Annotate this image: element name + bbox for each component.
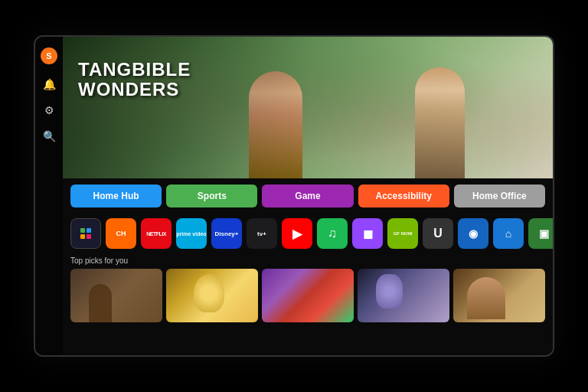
app-geforce-now[interactable]: GF NOW	[387, 218, 418, 249]
app-channel[interactable]: CH	[106, 218, 136, 249]
bell-icon[interactable]: 🔔	[43, 78, 56, 90]
pick-item-3[interactable]	[262, 269, 354, 322]
app-twitch[interactable]: ◼	[352, 218, 383, 249]
hero-overlay	[63, 37, 553, 178]
app-netflix[interactable]: NETFLIX	[141, 218, 172, 249]
app-apple-tv[interactable]: tv+	[247, 218, 277, 249]
app-prime-video[interactable]: prime video	[176, 218, 207, 249]
user-avatar[interactable]: S	[41, 47, 57, 64]
top-picks-section: Top picks for you	[63, 253, 553, 355]
app-youtube[interactable]: ▶	[282, 218, 312, 249]
hero-section: TANGBIBLE WONDERS	[63, 37, 553, 178]
app-spotify[interactable]: ♫	[317, 218, 348, 249]
pick-item-1[interactable]	[70, 269, 162, 322]
pick-item-5[interactable]	[453, 269, 545, 322]
search-icon[interactable]: 🔍	[43, 130, 56, 142]
pick-item-4[interactable]	[358, 269, 449, 322]
main-content: TANGBIBLE WONDERS Home Hub Sports Game A…	[63, 37, 553, 355]
tv-frame: S 🔔 ⚙ 🔍 TANGBIBLE WONDERS Home Hub Sport…	[34, 35, 554, 357]
sidebar: S 🔔 ⚙ 🔍	[35, 37, 63, 355]
hero-title: TANGBIBLE WONDERS	[78, 60, 191, 100]
apps-row: CH NETFLIX prime video Disney+ tv+ ▶ ♫ ◼…	[63, 214, 553, 253]
category-home-office[interactable]: Home Office	[454, 185, 545, 207]
category-bar: Home Hub Sports Game Accessibility Home …	[63, 178, 553, 214]
category-game[interactable]: Game	[262, 185, 353, 207]
category-accessibility[interactable]: Accessibility	[358, 185, 449, 207]
app-disney-plus[interactable]: Disney+	[211, 218, 242, 249]
app-icon-home[interactable]: ⌂	[493, 218, 524, 249]
app-icon-blue1[interactable]: ◉	[458, 218, 488, 249]
top-picks-label: Top picks for you	[70, 256, 545, 265]
app-apps[interactable]	[70, 218, 101, 249]
pick-item-2[interactable]	[166, 269, 258, 322]
app-icon-green1[interactable]: ▣	[528, 218, 553, 249]
category-sports[interactable]: Sports	[166, 185, 257, 207]
category-home-hub[interactable]: Home Hub	[70, 185, 162, 207]
picks-grid	[70, 269, 545, 322]
app-u[interactable]: U	[423, 218, 453, 249]
settings-icon[interactable]: ⚙	[44, 104, 54, 116]
